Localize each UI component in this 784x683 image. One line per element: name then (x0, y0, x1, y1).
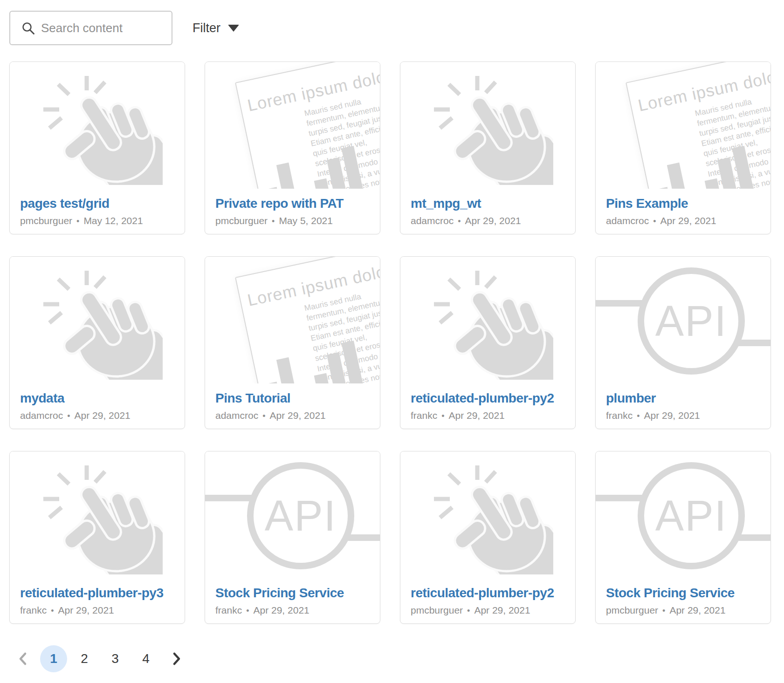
card-date: Apr 29, 2021 (270, 410, 326, 421)
byline-separator: • (467, 606, 470, 615)
card-title-link[interactable]: reticulated-plumber-py3 (20, 586, 175, 601)
content-card: reticulated-plumber-py3 frankc•Apr 29, 2… (9, 451, 185, 624)
document-preview: Lorem ipsum dolor Mauris sed nullafermen… (235, 62, 380, 189)
click-hand-icon (32, 263, 163, 380)
api-icon: API (205, 451, 380, 578)
card-thumbnail[interactable]: API (596, 257, 770, 383)
byline-separator: • (272, 217, 275, 226)
byline-separator: • (441, 411, 444, 421)
card-title-link[interactable]: Pins Tutorial (215, 391, 371, 406)
pagination-pages: 1234 (40, 645, 163, 672)
card-thumbnail[interactable]: Lorem ipsum dolor Mauris sed nullafermen… (596, 62, 770, 189)
document-preview: Lorem ipsum dolor Mauris sed nullafermen… (626, 62, 770, 189)
click-hand-icon (423, 458, 553, 574)
content-card: API Stock Pricing Service pmcburguer•Apr… (595, 451, 771, 624)
card-byline: frankc•Apr 29, 2021 (606, 410, 761, 421)
byline-separator: • (637, 411, 640, 421)
card-thumbnail[interactable] (10, 451, 185, 578)
card-title-link[interactable]: mydata (20, 391, 175, 406)
byline-separator: • (246, 606, 249, 615)
page-button-3[interactable]: 3 (102, 645, 129, 672)
api-icon: API (596, 451, 770, 578)
api-label: API (655, 297, 727, 345)
card-author: adamcroc (606, 215, 649, 226)
card-thumbnail[interactable] (10, 257, 185, 383)
card-byline: frankc•Apr 29, 2021 (215, 605, 371, 616)
card-byline: adamcroc•Apr 29, 2021 (20, 410, 175, 421)
content-card: mt_mpg_wt adamcroc•Apr 29, 2021 (400, 61, 576, 234)
click-hand-icon (423, 263, 553, 380)
card-byline: pmcburguer•Apr 29, 2021 (411, 605, 566, 616)
content-page: Filter pages test/grid pmcburguer•May 12… (0, 0, 784, 683)
previous-page-button[interactable] (9, 645, 36, 672)
click-hand-icon (423, 68, 553, 185)
content-card: API plumber frankc•Apr 29, 2021 (595, 256, 771, 429)
card-thumbnail[interactable]: Lorem ipsum dolor Mauris sed nullafermen… (205, 62, 380, 189)
search-box (9, 11, 172, 45)
card-byline: adamcroc•Apr 29, 2021 (606, 215, 761, 226)
card-author: pmcburguer (215, 215, 268, 226)
content-card: Lorem ipsum dolor Mauris sed nullafermen… (205, 61, 380, 234)
card-title-link[interactable]: plumber (606, 391, 761, 406)
card-author: frankc (606, 410, 633, 421)
card-byline: pmcburguer•May 12, 2021 (20, 215, 175, 226)
card-thumbnail[interactable] (400, 257, 575, 383)
card-author: pmcburguer (606, 605, 658, 615)
card-title-link[interactable]: reticulated-plumber-py2 (411, 391, 566, 406)
search-icon (21, 21, 35, 35)
card-date: Apr 29, 2021 (254, 605, 309, 615)
api-icon: API (596, 257, 770, 383)
content-card: mydata adamcroc•Apr 29, 2021 (9, 256, 185, 429)
card-author: frankc (20, 605, 47, 615)
card-title-link[interactable]: Pins Example (606, 196, 761, 211)
card-date: Apr 29, 2021 (465, 215, 521, 226)
card-author: pmcburguer (411, 605, 463, 615)
card-title-link[interactable]: Private repo with PAT (215, 196, 371, 211)
card-author: frankc (411, 410, 437, 421)
card-title-link[interactable]: mt_mpg_wt (411, 196, 566, 211)
card-thumbnail[interactable]: Lorem ipsum dolor Mauris sed nullafermen… (205, 257, 380, 383)
card-thumbnail[interactable]: API (205, 451, 380, 578)
content-card: pages test/grid pmcburguer•May 12, 2021 (9, 61, 185, 234)
card-byline: pmcburguer•Apr 29, 2021 (606, 605, 761, 616)
content-card: Lorem ipsum dolor Mauris sed nullafermen… (595, 61, 771, 234)
card-title-link[interactable]: Stock Pricing Service (215, 586, 371, 601)
card-thumbnail[interactable] (400, 451, 575, 578)
api-label: API (655, 492, 727, 540)
card-title-link[interactable]: reticulated-plumber-py2 (411, 586, 566, 601)
page-button-1[interactable]: 1 (40, 645, 67, 672)
page-button-2[interactable]: 2 (71, 645, 98, 672)
card-date: Apr 29, 2021 (669, 605, 725, 615)
card-thumbnail[interactable]: API (596, 451, 770, 578)
card-byline: pmcburguer•May 5, 2021 (215, 215, 371, 226)
next-page-button[interactable] (163, 645, 190, 672)
filter-dropdown[interactable]: Filter (193, 21, 239, 35)
content-card: Lorem ipsum dolor Mauris sed nullafermen… (205, 256, 380, 429)
card-byline: adamcroc•Apr 29, 2021 (215, 410, 371, 421)
card-author: adamcroc (20, 410, 63, 421)
card-author: adamcroc (215, 410, 258, 421)
click-hand-icon (32, 458, 163, 574)
chevron-left-icon (18, 652, 28, 666)
page-button-4[interactable]: 4 (132, 645, 159, 672)
card-thumbnail[interactable] (10, 62, 185, 189)
api-label: API (265, 492, 337, 540)
content-card: reticulated-plumber-py2 frankc•Apr 29, 2… (400, 256, 576, 429)
caret-down-icon (228, 25, 239, 32)
card-title-link[interactable]: pages test/grid (20, 196, 175, 211)
card-date: Apr 29, 2021 (449, 410, 505, 421)
card-author: adamcroc (411, 215, 454, 226)
document-preview: Lorem ipsum dolor Mauris sed nullafermen… (235, 257, 380, 383)
filter-label: Filter (193, 21, 220, 35)
card-byline: adamcroc•Apr 29, 2021 (411, 215, 566, 226)
card-date: Apr 29, 2021 (644, 410, 700, 421)
card-title-link[interactable]: Stock Pricing Service (606, 586, 761, 601)
content-card: reticulated-plumber-py2 pmcburguer•Apr 2… (400, 451, 576, 624)
toolbar: Filter (9, 11, 784, 45)
card-author: frankc (215, 605, 242, 615)
card-date: Apr 29, 2021 (660, 215, 716, 226)
card-byline: frankc•Apr 29, 2021 (411, 410, 566, 421)
byline-separator: • (76, 217, 79, 226)
content-grid: pages test/grid pmcburguer•May 12, 2021 … (9, 61, 784, 624)
card-thumbnail[interactable] (400, 62, 575, 189)
